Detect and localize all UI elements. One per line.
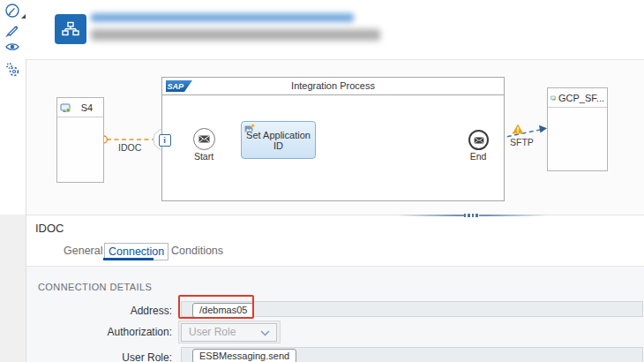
sender-header: S4 (57, 98, 103, 117)
panel-title: IDOC (35, 222, 64, 235)
integration-process-header: SAP Integration Process (162, 78, 504, 95)
redacted-iflow-title (91, 13, 354, 22)
process-title: Integration Process (162, 80, 504, 91)
idoc-adapter-icon[interactable]: i (159, 134, 171, 147)
section-title: CONNECTION DETAILS (38, 282, 152, 292)
properties-panel: IDOC General Connection Conditions CONNE… (26, 217, 644, 362)
end-event[interactable] (468, 130, 489, 150)
cpi-iflow-editor: S4 SAP Integration Process (0, 0, 644, 362)
toolbar-shade (0, 215, 26, 362)
iflow-canvas[interactable]: S4 SAP Integration Process (26, 60, 644, 215)
user-role-label: User Role: (26, 351, 172, 362)
annotation-highlight (178, 295, 254, 319)
tab-selected-underline (103, 258, 154, 260)
content-modifier-task[interactable]: Set Application ID (241, 121, 316, 159)
splitter-grip[interactable] (464, 214, 479, 217)
envelope-icon (198, 135, 210, 143)
system-icon (550, 93, 556, 103)
authorization-label: Authorization: (26, 326, 172, 338)
receiver-header: GCP_SF... (548, 88, 607, 108)
chevron-down-icon (260, 330, 270, 336)
tab-general[interactable]: General (60, 243, 106, 259)
end-label: End (462, 151, 494, 162)
edit-icon[interactable] (4, 22, 20, 38)
start-label: Start (188, 151, 220, 162)
splitter-line (26, 215, 644, 215)
warning-icon (512, 124, 524, 134)
authorization-dropdown[interactable]: User Role (181, 323, 277, 342)
redacted-iflow-subtitle (91, 29, 380, 41)
receiver-participant-gcp[interactable]: GCP_SF... (547, 87, 608, 171)
start-event[interactable] (193, 128, 215, 150)
authorization-value: User Role (189, 326, 236, 338)
envelope-icon (474, 137, 484, 144)
sftp-flow-label: SFTP (510, 137, 534, 147)
view-icon[interactable] (4, 39, 20, 55)
sender-label: S4 (73, 102, 101, 113)
design-mode-icon[interactable] (4, 3, 20, 19)
sender-participant-s4[interactable]: S4 (56, 97, 104, 183)
configure-icon[interactable] (4, 61, 20, 77)
iflow-icon (55, 14, 86, 44)
content-modifier-icon (244, 124, 255, 134)
palette-expand-handle[interactable] (21, 14, 26, 19)
address-label: Address: (26, 305, 172, 317)
idoc-flow-label: IDOC (118, 142, 141, 153)
connection-form: CONNECTION DETAILS Address: /debmas05 Au… (26, 267, 644, 362)
system-icon (60, 102, 71, 113)
sitemap-icon (62, 21, 79, 37)
tab-conditions[interactable]: Conditions (168, 243, 227, 259)
receiver-label: GCP_SF... (558, 93, 604, 103)
user-role-value-token[interactable]: ESBMessaging.send (192, 349, 296, 362)
